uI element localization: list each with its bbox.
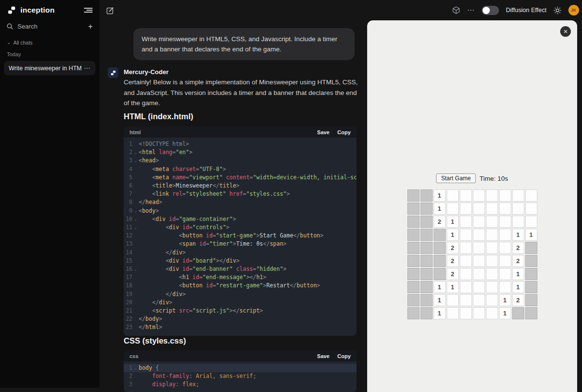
minesweeper-cell[interactable] xyxy=(460,216,472,228)
sidebar-chat-item[interactable]: Write minesweeper in HTML5 ⋯ xyxy=(4,61,96,75)
more-options-icon[interactable]: ⋯ xyxy=(467,8,475,13)
minesweeper-cell[interactable] xyxy=(486,294,498,306)
fold-chevron-icon[interactable]: ⌄ xyxy=(132,265,139,273)
start-game-button[interactable]: Start Game xyxy=(436,173,475,183)
minesweeper-cell[interactable]: 1 xyxy=(447,229,459,241)
minesweeper-cell[interactable] xyxy=(473,216,485,228)
minesweeper-cell[interactable] xyxy=(460,281,472,293)
light-mode-sun-icon[interactable] xyxy=(553,6,562,15)
minesweeper-cell[interactable]: 1 xyxy=(512,229,524,241)
minesweeper-cell[interactable] xyxy=(473,255,485,267)
minesweeper-cell[interactable] xyxy=(460,229,472,241)
chat-item-menu-icon[interactable]: ⋯ xyxy=(84,64,91,72)
minesweeper-cell[interactable] xyxy=(473,281,485,293)
minesweeper-cell[interactable]: 1 xyxy=(499,294,511,306)
minesweeper-cell[interactable] xyxy=(460,255,472,267)
minesweeper-cell[interactable] xyxy=(525,203,537,215)
save-button[interactable]: Save xyxy=(317,129,330,135)
minesweeper-cell[interactable] xyxy=(525,268,537,280)
fold-chevron-icon[interactable]: ⌄ xyxy=(132,157,139,165)
minesweeper-cell[interactable] xyxy=(420,189,433,202)
minesweeper-cell[interactable] xyxy=(407,203,420,215)
minesweeper-cell[interactable]: 2 xyxy=(512,242,524,254)
minesweeper-cell[interactable] xyxy=(447,307,459,319)
minesweeper-cell[interactable]: 2 xyxy=(434,216,446,228)
minesweeper-cell[interactable] xyxy=(407,268,420,280)
search-row[interactable]: Search + xyxy=(0,19,99,34)
minesweeper-cell[interactable]: 1 xyxy=(434,281,446,293)
minesweeper-cell[interactable] xyxy=(420,255,433,267)
minesweeper-cell[interactable] xyxy=(420,294,433,306)
minesweeper-cell[interactable] xyxy=(486,255,498,267)
minesweeper-cell[interactable] xyxy=(499,281,511,293)
fold-chevron-icon[interactable]: ⌄ xyxy=(132,364,139,372)
minesweeper-cell[interactable] xyxy=(473,203,485,215)
minesweeper-cell[interactable] xyxy=(512,307,524,319)
minesweeper-cell[interactable] xyxy=(486,189,498,202)
minesweeper-cell[interactable] xyxy=(460,307,472,319)
minesweeper-cell[interactable] xyxy=(473,268,485,280)
minesweeper-cell[interactable] xyxy=(460,203,472,215)
minesweeper-cell[interactable] xyxy=(407,189,420,202)
minesweeper-cell[interactable]: 2 xyxy=(447,255,459,267)
minesweeper-cell[interactable]: 1 xyxy=(447,281,459,293)
minesweeper-cell[interactable] xyxy=(525,281,537,293)
minesweeper-cell[interactable] xyxy=(525,294,537,306)
minesweeper-cell[interactable] xyxy=(447,203,459,215)
minesweeper-cell[interactable] xyxy=(407,229,420,241)
minesweeper-cell[interactable] xyxy=(499,203,511,215)
minesweeper-cell[interactable] xyxy=(407,242,420,254)
code-editor[interactable]: 1<!DOCTYPE html>2⌄<html lang="en">3⌄<hea… xyxy=(124,138,356,336)
minesweeper-cell[interactable] xyxy=(473,189,485,202)
fold-chevron-icon[interactable]: ⌄ xyxy=(132,207,139,215)
minesweeper-cell[interactable] xyxy=(525,242,537,254)
minesweeper-cell[interactable] xyxy=(512,203,524,215)
minesweeper-cell[interactable]: 1 xyxy=(499,307,511,319)
minesweeper-cell[interactable]: 1 xyxy=(434,189,446,202)
user-avatar[interactable]: JK xyxy=(568,5,579,16)
minesweeper-cell[interactable] xyxy=(486,229,498,241)
minesweeper-cell[interactable] xyxy=(486,203,498,215)
minesweeper-cell[interactable] xyxy=(486,242,498,254)
minesweeper-cell[interactable] xyxy=(434,255,446,267)
minesweeper-cell[interactable] xyxy=(447,189,459,202)
all-chats-row[interactable]: ⌄ All chats xyxy=(0,34,99,47)
minesweeper-cell[interactable] xyxy=(525,255,537,267)
minesweeper-cell[interactable] xyxy=(434,242,446,254)
minesweeper-cell[interactable] xyxy=(420,281,433,293)
minesweeper-cell[interactable]: 1 xyxy=(525,229,537,241)
minesweeper-cell[interactable] xyxy=(420,242,433,254)
minesweeper-cell[interactable]: 1 xyxy=(434,203,446,215)
minesweeper-cell[interactable] xyxy=(407,281,420,293)
minesweeper-cell[interactable]: 1 xyxy=(434,307,446,319)
minesweeper-cell[interactable] xyxy=(460,294,472,306)
minesweeper-cell[interactable] xyxy=(407,255,420,267)
minesweeper-cell[interactable] xyxy=(486,307,498,319)
copy-button[interactable]: Copy xyxy=(338,129,351,135)
minesweeper-cell[interactable] xyxy=(512,216,524,228)
diffusion-effect-toggle[interactable] xyxy=(482,6,499,15)
minesweeper-cell[interactable] xyxy=(499,216,511,228)
minesweeper-cell[interactable] xyxy=(525,189,537,202)
fold-chevron-icon[interactable]: ⌄ xyxy=(132,148,139,157)
fold-chevron-icon[interactable]: ⌄ xyxy=(132,223,139,232)
minesweeper-cell[interactable]: 2 xyxy=(512,255,524,267)
minesweeper-cell[interactable] xyxy=(486,216,498,228)
minesweeper-cell[interactable] xyxy=(499,268,511,280)
new-chat-compose-icon[interactable] xyxy=(106,6,114,16)
minesweeper-cell[interactable] xyxy=(434,268,446,280)
minesweeper-cell[interactable] xyxy=(473,294,485,306)
new-chat-plus-icon[interactable]: + xyxy=(88,23,93,30)
minesweeper-cell[interactable] xyxy=(499,229,511,241)
copy-button[interactable]: Copy xyxy=(338,353,351,359)
minesweeper-cell[interactable]: 1 xyxy=(447,216,459,228)
minesweeper-cell[interactable] xyxy=(525,216,537,228)
minesweeper-cell[interactable] xyxy=(512,189,524,202)
minesweeper-cell[interactable]: 2 xyxy=(447,268,459,280)
minesweeper-cell[interactable] xyxy=(473,229,485,241)
minesweeper-cell[interactable]: 1 xyxy=(512,281,524,293)
minesweeper-cell[interactable]: 2 xyxy=(512,294,524,306)
minesweeper-cell[interactable] xyxy=(486,268,498,280)
sidebar-collapse-icon[interactable] xyxy=(84,7,93,14)
minesweeper-cell[interactable] xyxy=(407,216,420,228)
